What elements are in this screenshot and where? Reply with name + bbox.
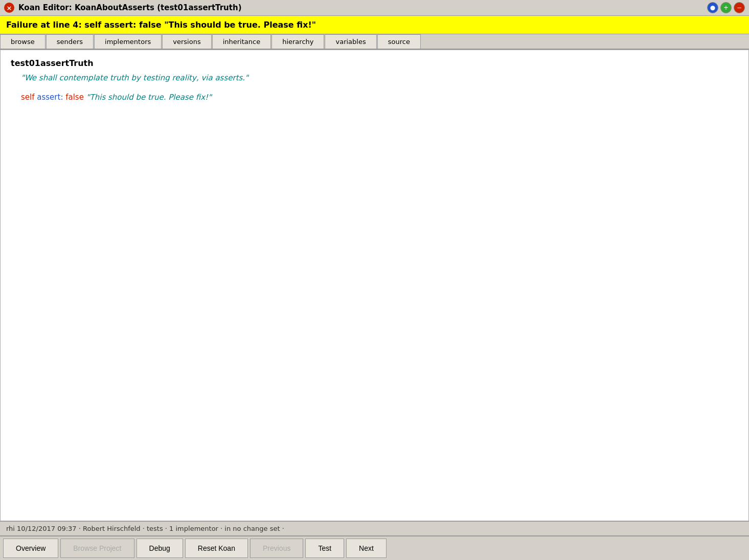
- tab-hierarchy[interactable]: hierarchy: [271, 34, 324, 49]
- failure-bar: Failure at line 4: self assert: false "T…: [0, 16, 749, 34]
- window-title: Koan Editor: KoanAboutAsserts (test01ass…: [18, 3, 703, 12]
- status-bar: rhi 10/12/2017 09:37 · Robert Hirschfeld…: [0, 521, 749, 535]
- tab-variables[interactable]: variables: [325, 34, 376, 49]
- keyword-self: self: [21, 93, 35, 102]
- keyword-false: false: [65, 93, 84, 102]
- status-text: rhi 10/12/2017 09:37 · Robert Hirschfeld…: [6, 525, 284, 532]
- tab-implementors[interactable]: implementors: [94, 34, 162, 49]
- comment-line: "We shall contemplate truth by testing r…: [21, 73, 738, 82]
- tab-browse[interactable]: browse: [0, 34, 46, 49]
- bottom-btn-previous: Previous: [250, 539, 303, 558]
- bottom-btn-browse-project: Browse Project: [60, 539, 134, 558]
- bottom-bar: OverviewBrowse ProjectDebugReset KoanPre…: [0, 535, 749, 560]
- tab-senders[interactable]: senders: [46, 34, 94, 49]
- tab-bar: browsesendersimplementorsversionsinherit…: [0, 34, 749, 50]
- keyword-assert: assert:: [37, 93, 63, 102]
- bottom-btn-next[interactable]: Next: [346, 539, 387, 558]
- tab-versions[interactable]: versions: [162, 34, 211, 49]
- failure-text: Failure at line 4: self assert: false "T…: [6, 20, 316, 30]
- method-name: test01assertTruth: [11, 58, 738, 68]
- tab-inheritance[interactable]: inheritance: [212, 34, 271, 49]
- main-content: test01assertTruth "We shall contemplate …: [0, 50, 749, 521]
- close-button[interactable]: −: [734, 2, 745, 13]
- bottom-btn-reset-koan[interactable]: Reset Koan: [185, 539, 248, 558]
- tab-source[interactable]: source: [377, 34, 421, 49]
- code-line: self assert: false "This should be true.…: [21, 93, 738, 102]
- bottom-btn-test[interactable]: Test: [305, 539, 344, 558]
- maximize-button[interactable]: +: [720, 2, 732, 13]
- close-icon[interactable]: ×: [4, 3, 14, 13]
- bottom-btn-overview[interactable]: Overview: [3, 539, 58, 558]
- title-bar: × Koan Editor: KoanAboutAsserts (test01a…: [0, 0, 749, 16]
- window-controls: ● + −: [707, 2, 745, 13]
- string-literal: "This should be true. Please fix!": [86, 93, 212, 102]
- comment-text: "We shall contemplate truth by testing r…: [21, 73, 248, 82]
- bottom-btn-debug[interactable]: Debug: [137, 539, 183, 558]
- minimize-button[interactable]: ●: [707, 2, 718, 13]
